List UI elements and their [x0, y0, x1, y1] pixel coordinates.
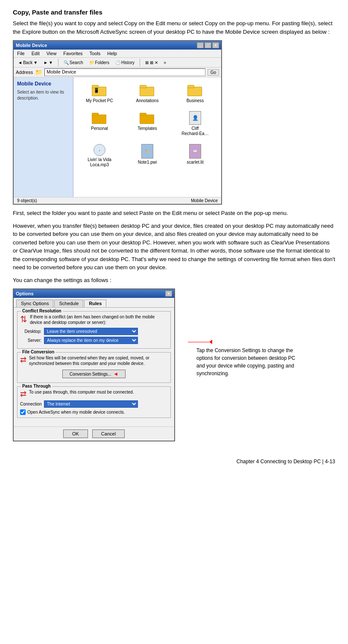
- lit-icon: 📖: [189, 144, 201, 159]
- tab-rules[interactable]: Rules: [84, 300, 106, 307]
- file-item[interactable]: Annotations: [126, 82, 169, 105]
- folders-label: Folders: [95, 60, 109, 65]
- files-area: 📱 My Pocket PC Annotations: [73, 77, 221, 197]
- pass-icon: ⇄: [20, 389, 26, 399]
- file-item[interactable]: Personal: [78, 109, 121, 138]
- footer: Chapter 4 Connecting to Desktop PC | 4-1…: [13, 459, 335, 465]
- pass-through-group: Pass Through ⇄ To use pass through, this…: [17, 386, 171, 418]
- forward-button[interactable]: ► ▼: [41, 59, 55, 66]
- history-label: History: [121, 60, 135, 65]
- file-item[interactable]: Business: [173, 82, 217, 105]
- back-dropdown-icon: ▼: [33, 60, 38, 65]
- title-bar-buttons: _ □ ×: [197, 42, 219, 48]
- dialog-title-bar: Options ×: [14, 289, 174, 298]
- dialog-tabs: Sync Options Schedule Rules: [14, 298, 174, 308]
- intro-paragraph: Select the file(s) you want to copy and …: [13, 19, 335, 36]
- search-label: Search: [70, 60, 83, 65]
- file-label: CliffRechard-Ea…: [181, 126, 208, 136]
- folders-icon: 📁: [89, 60, 94, 65]
- status-bar: 9 object(s) Mobile Device: [14, 197, 221, 204]
- connection-field-row: Connection The Internet: [20, 400, 168, 408]
- menu-view[interactable]: View: [45, 50, 58, 56]
- minimize-button[interactable]: _: [197, 42, 204, 48]
- file-conversion-group: File Conversion ⇄ Set how files will be …: [17, 352, 171, 383]
- checkbox-label: Open ActiveSync when my mobile device co…: [27, 410, 125, 415]
- tab-schedule[interactable]: Schedule: [54, 300, 83, 307]
- toolbar-extra[interactable]: ⊠ ⊠ ✕: [143, 59, 160, 66]
- file-label: Business: [187, 98, 204, 103]
- cancel-button[interactable]: Cancel: [92, 429, 125, 438]
- back-icon: ◄: [18, 60, 22, 65]
- file-item[interactable]: 📱 My Pocket PC: [78, 82, 121, 105]
- back-label: Back: [23, 60, 32, 65]
- file-label: Note1.pwi: [138, 160, 157, 165]
- status-device: Mobile Device: [191, 198, 218, 203]
- dialog-title-buttons: ×: [165, 291, 172, 297]
- status-count: 9 object(s): [17, 198, 37, 203]
- toolbar-separator-1: [58, 59, 58, 66]
- connection-label: Connection: [20, 402, 41, 406]
- server-field-row: Server: Always replace the item on my de…: [20, 337, 168, 344]
- options-dialog-row: Options × Sync Options Schedule Rules Co…: [13, 288, 335, 441]
- connection-select[interactable]: The Internet: [44, 400, 138, 408]
- file-item[interactable]: ♪ Livin' la VidaLoca.mp3: [78, 142, 121, 169]
- desktop-label: Desktop:: [20, 329, 41, 334]
- mobile-device-window: Mobile Device _ □ × File Edit View Favor…: [13, 40, 222, 205]
- pwi-icon: ✏️: [141, 144, 153, 159]
- conflict-description: If there is a conflict (an item has been…: [30, 314, 168, 325]
- toolbar-more[interactable]: »: [162, 59, 169, 66]
- search-icon: 🔍: [64, 60, 69, 65]
- pass-description: To use pass through, this computer must …: [29, 389, 134, 395]
- menu-edit[interactable]: Edit: [30, 50, 41, 56]
- dialog-body: Conflict Resolution ⇅ If there is a conf…: [14, 308, 174, 425]
- conflict-icon-row: ⇅ If there is a conflict (an item has be…: [20, 314, 168, 325]
- forward-icon: ►: [44, 60, 48, 65]
- file-label: My Pocket PC: [86, 98, 113, 103]
- file-label: scarlet.lit: [187, 160, 203, 165]
- address-field[interactable]: Mobile Device: [44, 68, 205, 76]
- paragraph-4: You can change the settings as follows :: [13, 276, 335, 285]
- folders-button[interactable]: 📁 Folders: [87, 59, 111, 66]
- file-label: Annotations: [136, 98, 159, 103]
- window-title: Mobile Device: [16, 43, 47, 48]
- sidebar-description: Select an item to view its description.: [17, 89, 70, 101]
- go-button[interactable]: Go: [208, 69, 219, 76]
- menu-favorites[interactable]: Favorites: [62, 50, 84, 56]
- contact-icon: 👤: [189, 111, 201, 125]
- server-select[interactable]: Always replace the item on my device: [44, 337, 138, 344]
- tab-sync-options[interactable]: Sync Options: [16, 300, 53, 307]
- file-item-templates[interactable]: Templates: [126, 109, 169, 138]
- title-bar: Mobile Device _ □ ×: [14, 41, 221, 50]
- conversion-settings-button[interactable]: Conversion Settings... ◄: [62, 370, 126, 378]
- callout-container: Tap the Conversion Settings to change th…: [184, 340, 299, 377]
- menu-help[interactable]: Help: [106, 50, 118, 56]
- conversion-btn-row: Conversion Settings... ◄: [20, 370, 168, 378]
- callout-arrow-row: [188, 340, 299, 344]
- server-label: Server:: [20, 338, 41, 343]
- file-item[interactable]: 📖 scarlet.lit: [173, 142, 217, 169]
- conversion-arrow-icon: ◄: [113, 371, 118, 377]
- address-bar: Address 📁 Mobile Device Go: [14, 68, 221, 77]
- templates-label: Templates: [137, 126, 157, 131]
- toolbar: ◄ Back ▼ ► ▼ 🔍 Search 📁 Folders 🕐 Histor…: [14, 58, 221, 68]
- toolbar-separator-2: [140, 59, 140, 66]
- dialog-close-button[interactable]: ×: [165, 291, 172, 297]
- maximize-button[interactable]: □: [205, 42, 211, 48]
- address-label: Address: [16, 70, 33, 75]
- file-item[interactable]: ✏️ Note1.pwi: [126, 142, 169, 169]
- history-icon: 🕐: [115, 60, 120, 65]
- menu-tools[interactable]: Tools: [88, 50, 102, 56]
- paragraph-3: However, when you transfer file(s) betwe…: [13, 222, 335, 272]
- address-icon: 📁: [35, 69, 42, 76]
- close-button[interactable]: ×: [212, 42, 219, 48]
- file-item[interactable]: 👤 CliffRechard-Ea…: [173, 109, 217, 138]
- desktop-select[interactable]: Leave the item unresolved: [44, 328, 138, 335]
- ok-button[interactable]: OK: [63, 429, 88, 438]
- back-button[interactable]: ◄ Back ▼: [16, 59, 40, 66]
- search-button[interactable]: 🔍 Search: [61, 59, 85, 66]
- menu-file[interactable]: File: [16, 50, 26, 56]
- history-button[interactable]: 🕐 History: [113, 59, 137, 66]
- activesync-checkbox[interactable]: [20, 409, 26, 415]
- conflict-resolution-label: Conflict Resolution: [21, 309, 63, 313]
- conversion-icon: ⇄: [20, 355, 26, 365]
